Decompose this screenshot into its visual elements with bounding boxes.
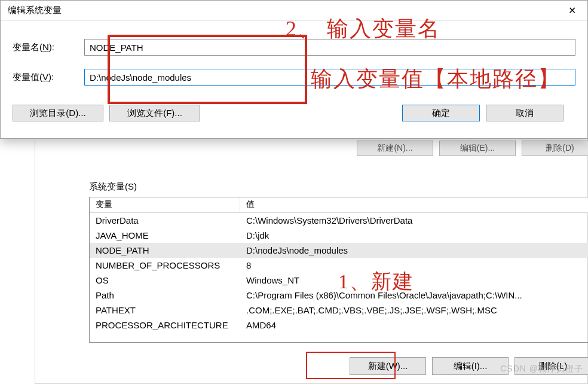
cell-var: OS <box>90 275 240 286</box>
cell-var: DriverData <box>90 215 240 226</box>
table-row[interactable]: PATHEXT .COM;.EXE;.BAT;.CMD;.VBS;.VBE;.J… <box>90 303 588 318</box>
annotation-2-text: 2、 输入变量名 <box>286 14 440 44</box>
table-row[interactable]: DriverData C:\Windows\System32\Drivers\D… <box>90 213 588 228</box>
parent-new-button[interactable]: 新建(N)... <box>357 141 433 156</box>
cell-val: D:\nodeJs\node_modules <box>240 245 588 256</box>
cell-val: D:\jdk <box>240 230 588 241</box>
table-header: 变量 值 <box>90 197 588 213</box>
cell-var: Path <box>90 289 240 301</box>
cell-val: Windows_NT <box>240 275 588 286</box>
dialog-title: 编辑系统变量 <box>8 5 560 16</box>
table-row[interactable]: JAVA_HOME D:\jdk <box>90 228 588 243</box>
value-label: 变量值(V): <box>13 72 84 83</box>
cell-val: C:\Program Files (x86)\Common Files\Orac… <box>240 289 588 301</box>
cell-var: NODE_PATH <box>90 245 240 256</box>
ok-button[interactable]: 确定 <box>402 105 480 121</box>
close-icon: ✕ <box>568 5 576 16</box>
cell-var: PATHEXT <box>90 304 240 316</box>
table-row[interactable]: PROCESSOR_ARCHITECTURE AMD64 <box>90 318 588 333</box>
cell-var: NUMBER_OF_PROCESSORS <box>90 260 240 271</box>
cancel-button[interactable]: 取消 <box>486 105 564 121</box>
annotation-1-box <box>306 352 396 379</box>
cell-var: PROCESSOR_ARCHITECTURE <box>90 319 240 331</box>
cell-val: 8 <box>240 260 588 271</box>
parent-edit-button[interactable]: 编辑(E)... <box>439 141 516 156</box>
close-button[interactable]: ✕ <box>560 2 584 19</box>
parent-delete-button[interactable]: 删除(D) <box>522 141 588 156</box>
annotation-3-text: 输入变量值【本地路径】 <box>311 65 561 94</box>
system-variables-label: 系统变量(S) <box>89 181 137 193</box>
cell-val: .COM;.EXE;.BAT;.CMD;.VBS;.VBE;.JS;.JSE;.… <box>240 304 588 316</box>
watermark: CSDN @程序员橙子 <box>500 364 583 374</box>
table-row[interactable]: NODE_PATH D:\nodeJs\node_modules <box>90 243 588 258</box>
browse-file-button[interactable]: 浏览文件(F)... <box>109 105 200 121</box>
annotation-1-text: 1、新建 <box>338 268 414 295</box>
col-header-variable[interactable]: 变量 <box>90 197 240 212</box>
spacer <box>206 105 396 121</box>
dialog-button-row: 浏览目录(D)... 浏览文件(F)... 确定 取消 <box>13 99 575 121</box>
parent-button-row: 新建(N)... 编辑(E)... 删除(D) <box>357 141 588 156</box>
browse-directory-button[interactable]: 浏览目录(D)... <box>13 105 103 121</box>
col-header-value[interactable]: 值 <box>240 197 588 212</box>
cell-val: C:\Windows\System32\Drivers\DriverData <box>240 215 588 226</box>
cell-var: JAVA_HOME <box>90 230 240 241</box>
sys-edit-button[interactable]: 编辑(I)... <box>432 357 509 375</box>
cell-val: AMD64 <box>240 319 588 331</box>
name-label: 变量名(N): <box>13 42 84 53</box>
